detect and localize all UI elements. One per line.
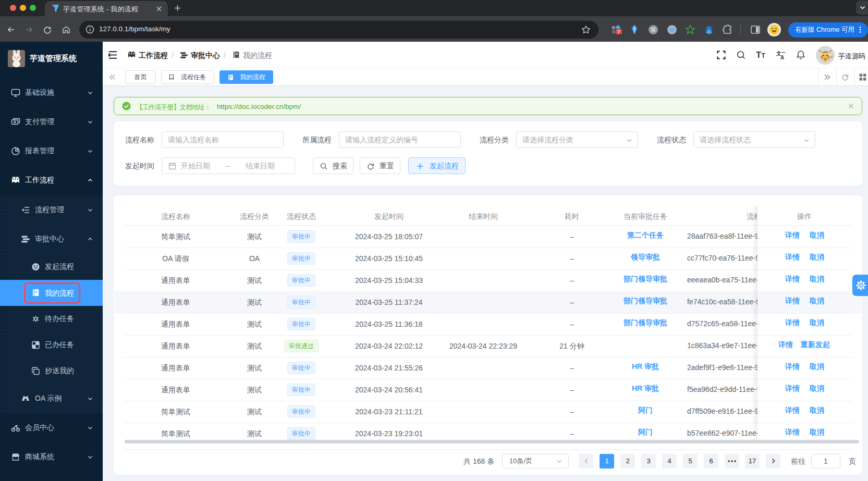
- svg-text:A: A: [780, 55, 784, 60]
- svg-text:7: 7: [617, 29, 620, 34]
- svg-text:⌘: ⌘: [651, 27, 656, 33]
